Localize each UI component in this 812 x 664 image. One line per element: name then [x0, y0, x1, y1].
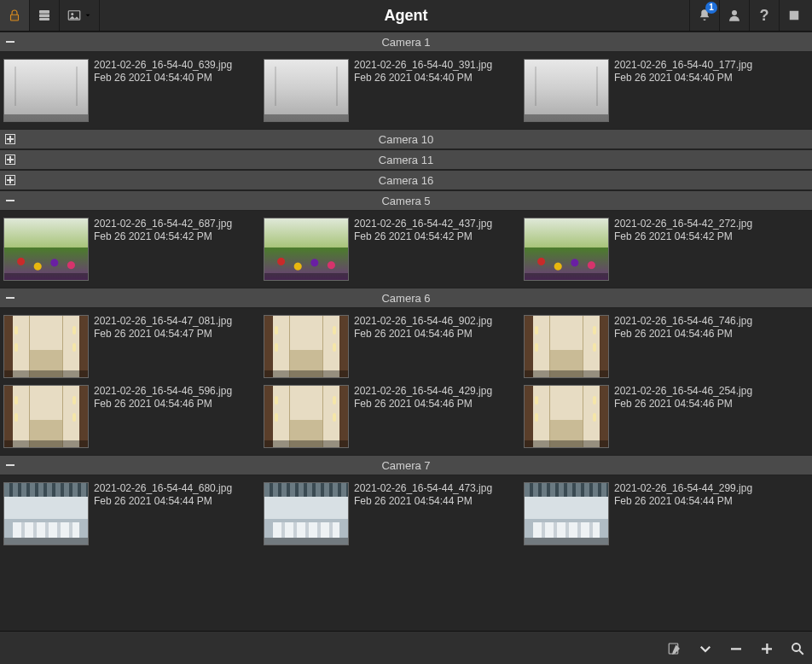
- alert-badge: 1: [705, 2, 717, 14]
- group-body: 2021-02-26_16-54-47_081.jpgFeb 26 2021 0…: [0, 308, 812, 455]
- item-filename: 2021-02-26_16-54-44_473.jpg: [354, 482, 492, 495]
- group-header[interactable]: Camera 16: [0, 170, 812, 190]
- group-header[interactable]: Camera 10: [0, 129, 812, 149]
- user-icon: [727, 8, 742, 23]
- chevron-down-icon: [698, 641, 713, 656]
- group-body: 2021-02-26_16-54-42_687.jpgFeb 26 2021 0…: [0, 211, 812, 288]
- thumbnail[interactable]: [3, 218, 89, 281]
- group-header[interactable]: Camera 1: [0, 32, 812, 52]
- svg-rect-0: [11, 15, 19, 20]
- svg-point-12: [792, 644, 800, 651]
- list-item[interactable]: 2021-02-26_16-54-46_596.jpgFeb 26 2021 0…: [0, 382, 260, 451]
- svg-rect-7: [790, 11, 799, 20]
- thumbnail[interactable]: [264, 59, 349, 122]
- svg-point-6: [732, 10, 737, 15]
- item-timestamp: Feb 26 2021 04:54:44 PM: [354, 495, 492, 508]
- list-item[interactable]: 2021-02-26_16-54-40_639.jpgFeb 26 2021 0…: [0, 55, 260, 125]
- chevron-down-icon: [84, 9, 92, 21]
- server-button[interactable]: [30, 0, 60, 31]
- item-timestamp: Feb 26 2021 04:54:44 PM: [94, 495, 232, 508]
- list-item[interactable]: 2021-02-26_16-54-44_473.jpgFeb 26 2021 0…: [260, 479, 520, 549]
- group-header[interactable]: Camera 7: [0, 455, 812, 475]
- thumbnail[interactable]: [524, 59, 609, 122]
- item-filename: 2021-02-26_16-54-44_299.jpg: [614, 482, 752, 495]
- image-view-button[interactable]: [60, 0, 100, 31]
- thumbnail[interactable]: [3, 385, 89, 448]
- group-title: Camera 7: [381, 459, 430, 472]
- group-body: 2021-02-26_16-54-40_639.jpgFeb 26 2021 0…: [0, 52, 812, 129]
- list-item[interactable]: 2021-02-26_16-54-47_081.jpgFeb 26 2021 0…: [0, 312, 260, 382]
- help-button[interactable]: ?: [749, 0, 779, 31]
- maximize-button[interactable]: [779, 0, 809, 31]
- svg-rect-9: [731, 648, 741, 649]
- edit-button[interactable]: [667, 641, 682, 656]
- item-filename: 2021-02-26_16-54-46_429.jpg: [354, 385, 492, 398]
- list-item[interactable]: 2021-02-26_16-54-42_687.jpgFeb 26 2021 0…: [0, 214, 260, 284]
- alerts-button[interactable]: 1: [689, 0, 719, 31]
- item-filename: 2021-02-26_16-54-40_177.jpg: [614, 59, 752, 72]
- help-icon: ?: [760, 7, 769, 25]
- thumbnail[interactable]: [264, 385, 349, 448]
- item-timestamp: Feb 26 2021 04:54:40 PM: [94, 72, 232, 84]
- item-timestamp: Feb 26 2021 04:54:44 PM: [614, 495, 752, 508]
- group-title: Camera 6: [381, 292, 430, 305]
- item-timestamp: Feb 26 2021 04:54:40 PM: [354, 72, 492, 84]
- group-title: Camera 16: [379, 174, 433, 187]
- list-item[interactable]: 2021-02-26_16-54-44_680.jpgFeb 26 2021 0…: [0, 479, 260, 549]
- item-filename: 2021-02-26_16-54-40_391.jpg: [354, 59, 492, 72]
- group-header[interactable]: Camera 5: [0, 190, 812, 211]
- list-item[interactable]: 2021-02-26_16-54-46_254.jpgFeb 26 2021 0…: [520, 382, 780, 451]
- item-filename: 2021-02-26_16-54-42_437.jpg: [354, 218, 492, 230]
- svg-rect-11: [766, 644, 768, 654]
- expand-icon: [0, 134, 20, 144]
- thumbnail[interactable]: [524, 218, 609, 281]
- item-timestamp: Feb 26 2021 04:54:42 PM: [94, 230, 232, 243]
- list-item[interactable]: 2021-02-26_16-54-42_272.jpgFeb 26 2021 0…: [520, 214, 780, 284]
- plus-icon: [759, 641, 774, 656]
- account-button[interactable]: [719, 0, 749, 31]
- lock-button[interactable]: [0, 0, 30, 31]
- edit-icon: [667, 641, 682, 656]
- group-header[interactable]: Camera 6: [0, 288, 812, 308]
- collapse-all-button[interactable]: [698, 641, 713, 656]
- collapse-icon: [0, 464, 20, 466]
- item-timestamp: Feb 26 2021 04:54:42 PM: [354, 230, 492, 243]
- list-item[interactable]: 2021-02-26_16-54-40_391.jpgFeb 26 2021 0…: [260, 55, 520, 125]
- thumbnail[interactable]: [3, 482, 89, 545]
- item-timestamp: Feb 26 2021 04:54:46 PM: [614, 398, 752, 411]
- thumbnail[interactable]: [524, 315, 609, 378]
- group-title: Camera 10: [379, 133, 433, 146]
- search-button[interactable]: [790, 641, 805, 656]
- group-title: Camera 5: [381, 195, 430, 207]
- expand-icon: [0, 175, 20, 185]
- search-icon: [790, 641, 805, 656]
- thumbnail[interactable]: [264, 218, 349, 281]
- list-item[interactable]: 2021-02-26_16-54-44_299.jpgFeb 26 2021 0…: [520, 479, 780, 549]
- zoom-in-button[interactable]: [759, 641, 774, 656]
- thumbnail[interactable]: [264, 482, 349, 545]
- app-title: Agent: [385, 7, 428, 25]
- content-area: Camera 12021-02-26_16-54-40_639.jpgFeb 2…: [0, 32, 812, 631]
- item-filename: 2021-02-26_16-54-46_746.jpg: [614, 315, 752, 328]
- maximize-icon: [786, 8, 802, 23]
- picture-icon: [67, 8, 82, 23]
- thumbnail[interactable]: [524, 482, 609, 545]
- item-timestamp: Feb 26 2021 04:54:46 PM: [354, 328, 492, 341]
- list-item[interactable]: 2021-02-26_16-54-40_177.jpgFeb 26 2021 0…: [520, 55, 780, 125]
- list-item[interactable]: 2021-02-26_16-54-42_437.jpgFeb 26 2021 0…: [260, 214, 520, 284]
- top-toolbar: Agent 1 ?: [0, 0, 812, 32]
- list-item[interactable]: 2021-02-26_16-54-46_746.jpgFeb 26 2021 0…: [520, 312, 780, 382]
- thumbnail[interactable]: [264, 315, 349, 378]
- thumbnail[interactable]: [3, 59, 89, 122]
- item-timestamp: Feb 26 2021 04:54:40 PM: [614, 72, 752, 84]
- thumbnail[interactable]: [3, 315, 89, 378]
- item-filename: 2021-02-26_16-54-47_081.jpg: [94, 315, 232, 328]
- item-timestamp: Feb 26 2021 04:54:46 PM: [354, 398, 492, 411]
- item-filename: 2021-02-26_16-54-46_902.jpg: [354, 315, 492, 328]
- zoom-out-button[interactable]: [728, 641, 744, 656]
- list-item[interactable]: 2021-02-26_16-54-46_902.jpgFeb 26 2021 0…: [260, 312, 520, 382]
- thumbnail[interactable]: [524, 385, 609, 448]
- list-item[interactable]: 2021-02-26_16-54-46_429.jpgFeb 26 2021 0…: [260, 382, 520, 451]
- item-filename: 2021-02-26_16-54-44_680.jpg: [94, 482, 232, 495]
- group-header[interactable]: Camera 11: [0, 149, 812, 170]
